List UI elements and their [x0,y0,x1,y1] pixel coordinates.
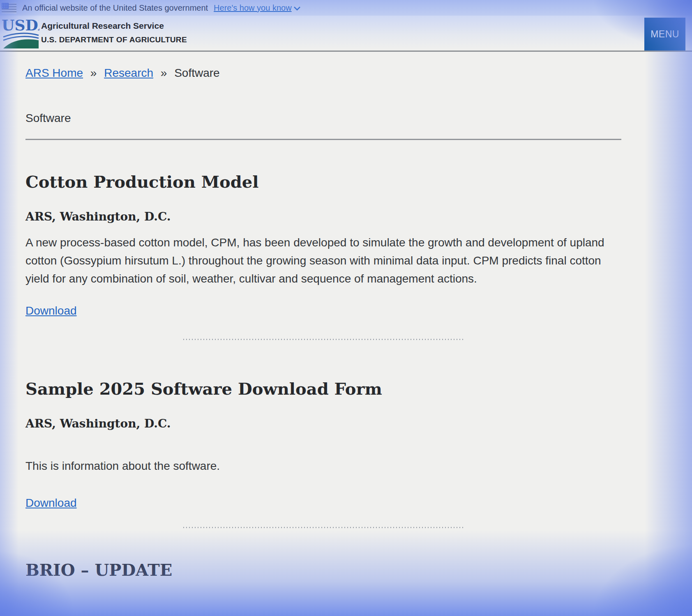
gov-banner: An official website of the United States… [0,0,692,16]
item-divider [183,339,464,340]
us-flag-icon [2,3,16,14]
usda-logo: USDA [2,17,39,49]
how-you-know-link[interactable]: Here's how you know [214,3,300,13]
software-description: A new process-based cotton model, CPM, h… [25,234,621,288]
software-location: ARS, Washington, D.C. [25,210,621,224]
software-item: Sample 2025 Software Download Form ARS, … [25,379,621,528]
svg-text:USDA: USDA [2,17,39,34]
software-title: Sample 2025 Software Download Form [25,379,621,399]
breadcrumb-current-page: Software [174,67,220,79]
site-department-title: U.S. DEPARTMENT OF AGRICULTURE [41,34,187,46]
software-description: This is information about the software. [25,457,621,475]
breadcrumb-research-link[interactable]: Research [104,67,153,79]
section-divider [25,139,621,140]
breadcrumb: ARS Home » Research » Software [25,67,621,80]
page-root: An official website of the United States… [0,0,692,616]
how-you-know-label: Here's how you know [214,3,291,13]
breadcrumb-separator: » [90,67,97,79]
software-item: BRIO – UPDATE [25,560,621,580]
site-titles: Agricultural Research Service U.S. DEPAR… [41,20,187,46]
software-location: ARS, Washington, D.C. [25,417,621,431]
chevron-down-icon [293,6,301,11]
site-agency-title: Agricultural Research Service [41,20,187,32]
download-link[interactable]: Download [25,496,77,510]
breadcrumb-ars-home-link[interactable]: ARS Home [25,67,83,79]
page-title: Software [25,112,621,125]
breadcrumb-separator: » [161,67,167,79]
download-link[interactable]: Download [25,304,77,317]
item-divider [183,527,464,528]
main-content: ARS Home » Research » Software Software … [0,67,692,580]
gov-banner-text: An official website of the United States… [22,3,208,13]
software-title: BRIO – UPDATE [25,560,621,580]
software-title: Cotton Production Model [25,172,621,192]
software-item: Cotton Production Model ARS, Washington,… [25,172,621,340]
menu-button[interactable]: MENU [644,18,685,51]
site-header: USDA Agricultural Research Service U.S. … [0,16,692,52]
